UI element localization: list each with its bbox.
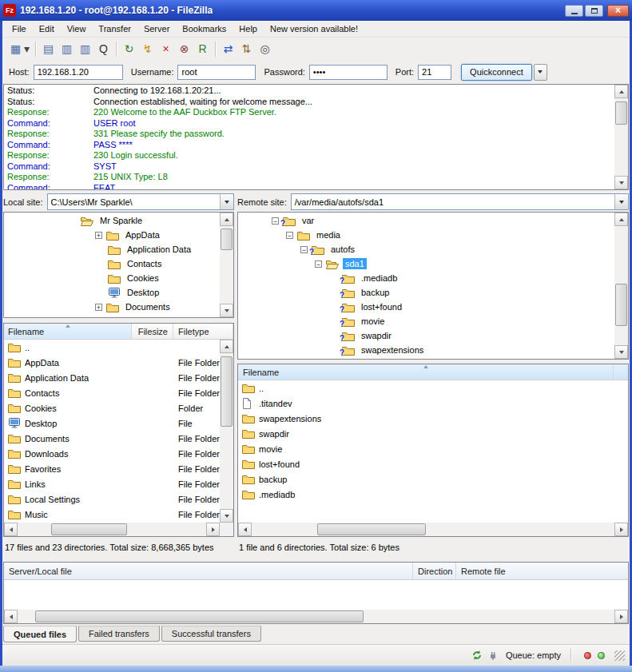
remote-site-combobox[interactable]: /var/media/autofs/sda1 xyxy=(291,193,629,210)
quickconnect-button[interactable]: Quickconnect xyxy=(461,64,532,81)
column-header-filename[interactable]: Filename xyxy=(238,364,614,380)
column-header-filesize[interactable]: Filesize xyxy=(132,324,173,339)
collapse-icon[interactable]: − xyxy=(286,232,293,239)
local-tree-node[interactable]: Application Data xyxy=(4,242,220,256)
local-file-row[interactable]: ContactsFile Folder xyxy=(4,385,220,400)
scrollbar-thumb[interactable] xyxy=(615,284,627,327)
remote-list-hscrollbar[interactable] xyxy=(238,523,628,536)
remote-file-row[interactable]: movie xyxy=(238,441,628,456)
menu-item-file[interactable]: File xyxy=(6,22,33,36)
queue-hscrollbar[interactable] xyxy=(4,610,628,623)
remote-tree-node[interactable]: ?backup xyxy=(238,285,614,300)
find-files-button[interactable]: ◎ xyxy=(256,40,274,58)
remote-file-row[interactable]: .. xyxy=(238,380,628,396)
scrollbar-track[interactable] xyxy=(220,226,233,304)
scrollbar-thumb[interactable] xyxy=(317,523,426,535)
scrollbar-up-button[interactable] xyxy=(614,213,628,226)
local-file-row[interactable]: LinksFile Folder xyxy=(4,476,220,491)
scrollbar-track[interactable] xyxy=(614,226,628,345)
toggle-remote-tree-button[interactable]: ▥ xyxy=(76,40,94,58)
expand-icon[interactable]: + xyxy=(95,304,102,311)
resize-grip[interactable] xyxy=(614,650,625,661)
close-button[interactable]: × xyxy=(607,5,629,17)
scrollbar-down-button[interactable] xyxy=(614,345,628,359)
remote-tree-node[interactable]: −?autofs xyxy=(238,242,614,256)
local-file-row[interactable]: Application DataFile Folder xyxy=(4,370,220,385)
remote-file-row[interactable]: .mediadb xyxy=(238,487,628,502)
menu-item-bookmarks[interactable]: Bookmarks xyxy=(176,22,233,36)
tab-failed-transfers[interactable]: Failed transfers xyxy=(78,626,160,642)
remote-file-row[interactable]: .titandev xyxy=(238,396,628,411)
local-file-row[interactable]: DocumentsFile Folder xyxy=(4,431,220,446)
scrollbar-left-button[interactable] xyxy=(4,610,18,623)
scrollbar-right-button[interactable] xyxy=(614,523,628,536)
local-file-row[interactable]: FavoritesFile Folder xyxy=(4,461,220,476)
log-scrollbar[interactable] xyxy=(614,85,628,189)
column-header-direction[interactable]: Direction xyxy=(413,563,456,579)
scrollbar-right-button[interactable] xyxy=(614,610,628,623)
remote-tree-node[interactable]: −sda1 xyxy=(238,256,614,271)
scrollbar-track[interactable] xyxy=(18,523,206,536)
host-input[interactable] xyxy=(34,65,123,80)
password-input[interactable] xyxy=(309,65,388,80)
menu-item-view[interactable]: View xyxy=(61,22,93,36)
menu-item-transfer[interactable]: Transfer xyxy=(92,22,137,36)
scrollbar-track[interactable] xyxy=(220,353,233,509)
scrollbar-track[interactable] xyxy=(252,523,614,536)
expand-icon[interactable]: + xyxy=(95,232,102,239)
local-file-row[interactable]: .. xyxy=(4,340,220,355)
scrollbar-left-button[interactable] xyxy=(238,523,252,536)
local-tree-node[interactable]: +AppData xyxy=(4,228,220,242)
column-header-remote-file[interactable]: Remote file xyxy=(456,563,628,579)
collapse-icon[interactable]: − xyxy=(272,217,279,225)
local-list-vscrollbar[interactable] xyxy=(220,340,233,523)
remote-tree-node[interactable]: ?movie xyxy=(238,314,614,328)
remote-file-row[interactable]: swapdir xyxy=(238,426,628,441)
remote-tree-node[interactable]: ?swapextensions xyxy=(238,343,614,357)
column-header-server-local-file[interactable]: Server/Local file xyxy=(4,563,413,579)
scrollbar-track[interactable] xyxy=(614,98,628,176)
local-file-row[interactable]: AppDataFile Folder xyxy=(4,355,220,370)
collapse-icon[interactable]: − xyxy=(315,260,322,268)
local-tree-node[interactable]: Mr Sparkle xyxy=(4,213,220,228)
scrollbar-up-button[interactable] xyxy=(614,85,628,98)
scrollbar-left-button[interactable] xyxy=(4,523,18,536)
synchronized-browsing-button[interactable]: ⇅ xyxy=(237,40,256,58)
maximize-button[interactable] xyxy=(585,5,603,17)
dropdown-arrow-icon[interactable] xyxy=(220,194,233,209)
menu-item-edit[interactable]: Edit xyxy=(33,22,61,36)
minimize-button[interactable] xyxy=(565,5,583,17)
local-tree-node[interactable]: +Documents xyxy=(4,300,220,314)
remote-tree-node[interactable]: ?.mediadb xyxy=(238,271,614,285)
remote-tree-node[interactable]: ?swapdir xyxy=(238,328,614,343)
remote-tree-node[interactable]: +?dvd xyxy=(238,357,614,359)
scrollbar-down-button[interactable] xyxy=(220,509,233,523)
directory-comparison-button[interactable]: ⇄ xyxy=(219,40,237,58)
remote-tree-node[interactable]: ?lost+found xyxy=(238,300,614,314)
titlebar[interactable]: Fz 192.168.1.20 - root@192.168.1.20 - Fi… xyxy=(0,0,632,21)
process-queue-button[interactable]: ↯ xyxy=(138,40,157,58)
column-header-filetype[interactable]: Filetype xyxy=(173,324,233,339)
remote-file-row[interactable]: swapextensions xyxy=(238,411,628,426)
toggle-transfer-queue-button[interactable]: Q xyxy=(94,40,113,58)
toggle-message-log-button[interactable]: ▤ xyxy=(39,40,58,58)
scrollbar-up-button[interactable] xyxy=(220,213,233,226)
cancel-operation-button[interactable]: × xyxy=(157,40,175,58)
scrollbar-thumb[interactable] xyxy=(35,610,364,622)
local-tree-node[interactable]: Contacts xyxy=(4,256,220,271)
scrollbar-right-button[interactable] xyxy=(206,523,220,536)
local-tree-node[interactable]: Cookies xyxy=(4,271,220,285)
collapse-icon[interactable]: − xyxy=(300,246,308,253)
local-list-hscrollbar[interactable] xyxy=(4,523,220,536)
menu-item-server[interactable]: Server xyxy=(137,22,176,36)
menu-item-help[interactable]: Help xyxy=(233,22,264,36)
port-input[interactable] xyxy=(418,65,451,80)
menu-item-new-version-available[interactable]: New version available! xyxy=(264,22,364,36)
scrollbar-down-button[interactable] xyxy=(614,176,628,189)
local-file-row[interactable]: DownloadsFile Folder xyxy=(4,446,220,461)
column-header-filename[interactable]: Filename xyxy=(4,324,132,339)
remote-tree-node[interactable]: −?var xyxy=(238,213,614,228)
refresh-button[interactable]: ↻ xyxy=(120,40,138,58)
scrollbar-track[interactable] xyxy=(18,610,614,623)
scrollbar-thumb[interactable] xyxy=(221,229,233,250)
